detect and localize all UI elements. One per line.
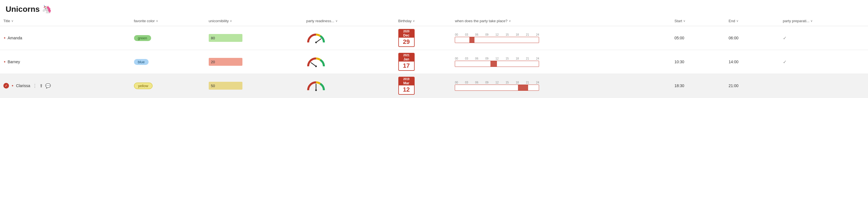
col-party-prep: party preparati... ∨ [779, 16, 868, 26]
party-prep-cell: ✓ [779, 26, 868, 50]
chevron-down-icon: ∨ [683, 19, 685, 23]
end-time: 14:00 [729, 60, 739, 64]
chevron-down-icon: ∨ [156, 19, 158, 23]
unicornibility-cell: 80 [205, 26, 303, 50]
birthday-month: Mar [399, 81, 414, 85]
col-birthday: Birthday ∨ [395, 16, 452, 26]
birthday-cell: 2020 Dec 29 [395, 26, 452, 50]
birthday-calendar: 2019 Mar 12 [398, 77, 414, 95]
birthday-cell: 2021 Jan 17 [395, 50, 452, 74]
start-time-cell: 10:30 [671, 50, 725, 74]
color-cell: green [131, 26, 205, 50]
party-prep-cell: ✓ [779, 50, 868, 74]
party-prep-cell [779, 74, 868, 98]
unicornibility-cell: 50 [205, 74, 303, 98]
timeline-cell: 000306091215182124 [452, 74, 671, 98]
gauge-cell [303, 74, 395, 98]
birthday-month: Jan [399, 57, 414, 61]
title-cell: ✓ ✦ Clarissa ⋮ ⬆ 💬 [0, 74, 131, 98]
chevron-down-icon: ∨ [413, 19, 415, 23]
chevron-down-icon: ∨ [509, 19, 511, 23]
col-title: Title ∨ [0, 16, 131, 26]
col-unicornibility: unicornibility ∨ [205, 16, 303, 26]
row-actions: ⋮ ⬆ 💬 [33, 83, 51, 88]
start-time-cell: 18:30 [671, 74, 725, 98]
svg-point-5 [315, 89, 317, 91]
unicorn-icon: 🦄 [42, 4, 52, 14]
gauge [306, 80, 326, 91]
app-header: Unicorns 🦄 [0, 0, 868, 16]
unicorn-bar: 20 [209, 58, 242, 66]
birthday-year: 2020 [399, 30, 414, 33]
col-party-readiness: party readiness... ∨ [303, 16, 395, 26]
svg-line-0 [316, 39, 321, 42]
start-time: 10:30 [675, 60, 684, 64]
gauge-cell [303, 26, 395, 50]
birthday-cell: 2019 Mar 12 [395, 74, 452, 98]
color-cell: blue [131, 50, 205, 74]
gauge [306, 32, 326, 43]
table-container: Title ∨ favorite color ∨ unicornibility … [0, 16, 868, 98]
col-party-time: when does the party take place? ∨ [452, 16, 671, 26]
birthday-day: 17 [403, 61, 409, 70]
end-time-cell: 14:00 [725, 50, 779, 74]
color-badge: yellow [134, 83, 153, 89]
checkmark-icon: ✓ [783, 36, 786, 40]
row-name: Barney [8, 60, 20, 64]
color-badge: green [134, 35, 151, 41]
end-time-cell: 06:00 [725, 26, 779, 50]
table-header-row: Title ∨ favorite color ∨ unicornibility … [0, 16, 868, 26]
color-cell: yellow [131, 74, 205, 98]
row-icon: ✦ [3, 36, 6, 40]
table-row: ✦ Amanda green 80 20 [0, 26, 868, 50]
unicorn-bar: 80 [209, 34, 242, 42]
selected-check[interactable]: ✓ [3, 83, 9, 88]
end-time: 21:00 [729, 84, 739, 88]
title-cell: ✦ Barney [0, 50, 131, 74]
end-time: 06:00 [729, 36, 739, 40]
birthday-year: 2019 [399, 77, 414, 81]
more-icon[interactable]: ⋮ [33, 83, 37, 88]
birthday-calendar: 2021 Jan 17 [398, 53, 414, 71]
timeline: 000306091215182124 [455, 57, 539, 67]
end-time-cell: 21:00 [725, 74, 779, 98]
col-end: End ∨ [725, 16, 779, 26]
row-name: Amanda [8, 36, 22, 40]
birthday-calendar: 2020 Dec 29 [398, 29, 414, 47]
svg-point-1 [315, 41, 317, 43]
chevron-down-icon: ∨ [810, 19, 813, 23]
gauge-cell [303, 50, 395, 74]
chevron-down-icon: ∨ [230, 19, 232, 23]
share-icon[interactable]: ⬆ [39, 83, 43, 88]
timeline: 000306091215182124 [455, 81, 539, 91]
unicorn-bar: 50 [209, 82, 242, 90]
col-start: Start ∨ [671, 16, 725, 26]
start-time: 05:00 [675, 36, 684, 40]
row-name: Clarissa [16, 84, 30, 88]
table-row: ✓ ✦ Clarissa ⋮ ⬆ 💬 yellow 50 [0, 74, 868, 98]
main-table: Title ∨ favorite color ∨ unicornibility … [0, 16, 868, 98]
svg-line-2 [311, 63, 316, 66]
col-favorite-color: favorite color ∨ [131, 16, 205, 26]
checkmark-icon: ✓ [783, 60, 786, 64]
timeline: 000306091215182124 [455, 33, 539, 43]
row-icon: ✦ [11, 84, 14, 88]
color-badge: blue [134, 59, 149, 65]
chevron-down-icon: ∨ [335, 19, 338, 23]
gauge [306, 56, 326, 67]
app-title: Unicorns [6, 5, 40, 14]
timeline-cell: 000306091215182124 [452, 26, 671, 50]
svg-point-3 [315, 65, 317, 67]
birthday-month: Dec [399, 33, 414, 38]
birthday-year: 2021 [399, 53, 414, 57]
title-cell: ✦ Amanda [0, 26, 131, 50]
chevron-down-icon: ∨ [736, 19, 739, 23]
chevron-down-icon: ∨ [11, 19, 13, 23]
unicornibility-cell: 20 [205, 50, 303, 74]
row-icon: ✦ [3, 60, 6, 64]
start-time: 18:30 [675, 84, 684, 88]
birthday-day: 12 [403, 85, 409, 94]
comment-icon[interactable]: 💬 [45, 83, 51, 88]
start-time-cell: 05:00 [671, 26, 725, 50]
table-row: ✦ Barney blue 20 202 [0, 50, 868, 74]
